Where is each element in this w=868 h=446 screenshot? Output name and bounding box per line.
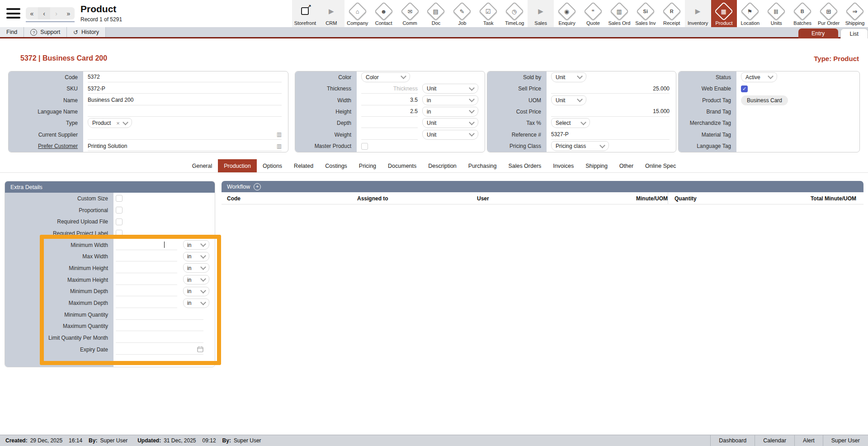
width-unit-select[interactable]: in [422,95,478,105]
minimum-depth-unit-select[interactable]: in [183,287,209,296]
prefer-customer-input[interactable]: Printing Solution▥ [88,141,282,151]
first-record-button[interactable]: « [26,7,38,19]
pricing-class-select[interactable]: Pricing class [551,141,609,151]
thickness-unit-select[interactable]: Unit [422,84,478,94]
maximum-depth-unit-select[interactable]: in [183,299,209,308]
expiry-date-input[interactable] [116,345,203,355]
column-header[interactable]: Assigned to [357,192,477,204]
current-supplier-input[interactable]: ▥ [88,130,282,140]
product-tag-chip[interactable]: Business Card [741,95,788,105]
tab-costings[interactable]: Costings [319,159,353,172]
minimum-depth-input[interactable] [116,286,177,296]
toolbar-item-location[interactable]: ⚑ Location [737,0,763,27]
column-header[interactable]: User [477,192,538,204]
tab-shipping[interactable]: Shipping [580,159,613,172]
minimum-width-unit-select[interactable]: in [183,240,209,250]
close-icon[interactable]: × [116,120,120,127]
column-header[interactable]: Total Minute/UOM [726,192,856,204]
depth-input[interactable] [361,118,418,128]
master-product-checkbox[interactable] [361,143,368,150]
language-name-input[interactable] [88,107,282,117]
type-select[interactable]: Product × [88,118,132,128]
height-input[interactable]: 2.5 [361,107,418,117]
tab-pricing[interactable]: Pricing [353,159,382,172]
toolbar-item-storefront[interactable]: ↗ Storefront [292,0,318,27]
required-project-label-checkbox[interactable] [116,230,123,237]
sell-price-input[interactable]: 25.000 [551,84,670,94]
maximum-height-unit-select[interactable]: in [183,275,209,285]
tab-purchasing[interactable]: Purchasing [462,159,503,172]
dashboard-link[interactable]: Dashboard [710,435,755,446]
maximum-height-input[interactable] [116,275,177,285]
column-header[interactable]: Quantity [668,192,726,204]
toolbar-item-doc[interactable]: ▤ Doc [423,0,449,27]
thickness-input[interactable]: Thickness [361,84,418,94]
tab-general[interactable]: General [186,159,218,172]
weight-input[interactable] [361,130,418,140]
code-input[interactable]: 5372 [88,72,282,82]
max-width-input[interactable] [116,251,177,261]
find-menu-item[interactable]: Find [0,27,24,37]
toolbar-item-sales-inv[interactable]: Si Sales Inv [632,0,659,27]
building-icon[interactable]: ▥ [277,131,282,138]
sold-by-select[interactable]: Unit [551,72,586,82]
tab-invoices[interactable]: Invoices [547,159,580,172]
weight-unit-select[interactable]: Unit [422,130,478,140]
depth-unit-select[interactable]: Unit [422,118,478,128]
tab-options[interactable]: Options [257,159,288,172]
toolbar-item-job[interactable]: ✎ Job [449,0,475,27]
tab-description[interactable]: Description [422,159,462,172]
maximum-quantity-input[interactable] [116,321,203,331]
toolbar-item-batches[interactable]: B Batches [789,0,816,27]
toolbar-item-comm[interactable]: ✉ Comm [397,0,423,27]
limit-quantity-per-month-input[interactable] [116,333,203,343]
toolbar-item-sales-ord[interactable]: ▥ Sales Ord [606,0,632,27]
tab-other[interactable]: Other [613,159,639,172]
toolbar-item-contact[interactable]: ☻ Contact [371,0,397,27]
tab-documents[interactable]: Documents [382,159,422,172]
minimum-height-unit-select[interactable]: in [183,263,209,273]
toolbar-item-shipping[interactable]: ⇒ Shipping [842,0,868,27]
reference-input[interactable]: 5327-P [551,130,670,140]
uom-select[interactable]: Unit [551,95,586,105]
toolbar-item-crm[interactable]: ▶ CRM [318,0,344,27]
history-menu-item[interactable]: ↺ History [67,27,106,37]
toolbar-item-receipt[interactable]: R Receipt [659,0,685,27]
toolbar-item-quote[interactable]: “ Quote [580,0,606,27]
last-record-button[interactable]: » [62,7,75,19]
toolbar-item-units[interactable]: ||| Units [763,0,789,27]
web-enable-checkbox[interactable]: ✓ [741,85,748,92]
toolbar-item-timelog[interactable]: ◷ TimeLog [501,0,528,27]
calendar-icon[interactable] [197,346,203,352]
cost-price-input[interactable]: 15.000 [551,107,670,117]
calendar-link[interactable]: Calendar [755,435,794,446]
tab-sales-orders[interactable]: Sales Orders [502,159,547,172]
sku-input[interactable]: 5372-P [88,84,282,94]
tab-production[interactable]: Production [218,159,257,172]
minimum-height-input[interactable] [116,263,177,273]
tab-online-spec[interactable]: Online Spec [639,159,682,172]
prefer-customer-link[interactable]: Prefer Customer [9,143,83,149]
toolbar-item-enquiry[interactable]: ◉ Enquiry [554,0,580,27]
width-input[interactable]: 3.5 [361,95,418,105]
max-width-unit-select[interactable]: in [183,252,209,261]
required-upload-file-checkbox[interactable] [116,218,123,225]
user-menu[interactable]: Super User [823,435,868,446]
hamburger-menu-icon[interactable] [6,8,20,19]
toolbar-item-pur-order[interactable]: ⊞ Pur Order [816,0,842,27]
next-record-button[interactable]: › [50,7,62,19]
toolbar-item-sales[interactable]: ▶ Sales [528,0,554,27]
support-menu-item[interactable]: ? Support [24,27,67,37]
tab-related[interactable]: Related [288,159,319,172]
column-header[interactable]: Code [227,192,357,204]
color-select[interactable]: Color [361,72,410,82]
proportional-checkbox[interactable] [116,207,123,214]
entry-view-tab[interactable]: Entry [798,28,838,38]
column-header[interactable]: Minute/UOM [538,192,668,204]
previous-record-button[interactable]: ‹ [38,7,50,19]
list-view-tab[interactable]: List [840,28,868,38]
building-icon[interactable]: ▥ [277,143,282,149]
custom-size-checkbox[interactable] [116,195,123,202]
tax-select[interactable]: Select [551,118,590,128]
toolbar-item-task[interactable]: ☑ Task [475,0,501,27]
